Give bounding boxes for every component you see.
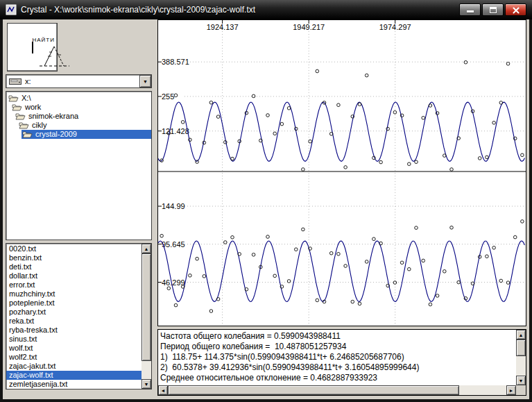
maximize-button[interactable] xyxy=(482,3,504,16)
results-hscrollbar[interactable]: ◄ ► xyxy=(158,385,516,395)
svg-text:255: 255 xyxy=(162,92,174,101)
data-point xyxy=(337,103,341,107)
file-item[interactable]: benzin.txt xyxy=(6,253,141,262)
find-icon: НАЙТИ xyxy=(32,42,33,53)
crystal-window: Crystal - X:\work\snimok-ekrana\cikly\cr… xyxy=(0,0,532,402)
file-item[interactable]: dollar.txt xyxy=(6,271,141,280)
data-point xyxy=(450,226,454,230)
data-point xyxy=(302,228,305,231)
data-point xyxy=(486,255,489,258)
data-point xyxy=(224,141,228,144)
data-point xyxy=(287,107,291,110)
fitted-curve xyxy=(158,102,525,161)
file-item[interactable]: sinus.txt xyxy=(6,335,141,344)
file-item[interactable]: ryba-treska.txt xyxy=(6,326,141,335)
fitted-curve xyxy=(158,241,525,301)
scroll-down-icon: ▼ xyxy=(144,382,149,387)
scroll-down-button[interactable]: ▼ xyxy=(141,379,151,389)
file-list-scrollbar[interactable]: ▲ ▼ xyxy=(141,244,151,389)
file-item[interactable]: muzhchiny.txt xyxy=(6,290,141,299)
data-point xyxy=(358,302,361,305)
titlebar[interactable]: Crystal - X:\work\snimok-ekrana\cikly\cr… xyxy=(0,0,532,19)
close-button[interactable] xyxy=(505,3,526,16)
scroll-down-button[interactable]: ▼ xyxy=(516,376,526,385)
scrollbar-thumb[interactable] xyxy=(516,340,526,356)
svg-text:46.299: 46.299 xyxy=(162,278,185,287)
data-point xyxy=(443,270,447,274)
svg-text:121.428: 121.428 xyxy=(162,127,189,135)
scatter-points xyxy=(160,220,524,313)
directory-item[interactable]: snimok-ekrana xyxy=(15,112,151,121)
file-list[interactable]: 0020.txtbenzin.txtdeti.txtdollar.txterro… xyxy=(6,243,152,390)
data-point xyxy=(167,287,171,290)
data-point xyxy=(464,60,467,64)
directory-item[interactable]: X:\ xyxy=(8,94,151,103)
data-point xyxy=(196,257,199,260)
data-point xyxy=(450,168,454,171)
scroll-left-icon: ◄ xyxy=(161,388,166,393)
results-text: Частота общего колебания = 0.59909439884… xyxy=(160,331,515,385)
data-point xyxy=(181,121,185,124)
scroll-up-icon: ▲ xyxy=(144,246,149,251)
file-item[interactable]: poteplenie.txt xyxy=(6,299,141,308)
scroll-up-button[interactable]: ▲ xyxy=(141,244,151,253)
directory-label: snimok-ekrana xyxy=(28,112,78,121)
maximize-icon xyxy=(490,7,497,13)
file-item[interactable]: 0020.txt xyxy=(6,244,141,253)
directory-label: X:\ xyxy=(22,94,31,103)
scrollbar-thumb[interactable] xyxy=(141,253,151,361)
file-item[interactable]: zajac-jakut.txt xyxy=(6,362,141,371)
scroll-up-button[interactable]: ▲ xyxy=(516,330,526,340)
directory-label: work xyxy=(25,103,41,112)
client-area: НАЙТИ x: ▼ X:\worksnimok-ekranaciklycrys… xyxy=(3,19,529,399)
data-point xyxy=(174,94,178,97)
drive-combo[interactable]: x: ▼ xyxy=(6,74,152,88)
data-point xyxy=(231,157,234,160)
results-panel: Частота общего колебания = 0.59909439884… xyxy=(157,329,526,396)
file-item[interactable]: zemletjasenija.txt xyxy=(6,380,141,389)
find-button[interactable]: НАЙТИ xyxy=(7,23,58,72)
scroll-right-button[interactable]: ► xyxy=(506,385,516,395)
data-point xyxy=(436,294,439,298)
combo-dropdown-button[interactable]: ▼ xyxy=(139,75,151,87)
directory-item[interactable]: cikly xyxy=(18,121,151,130)
svg-text:388.571: 388.571 xyxy=(162,58,189,66)
result-line: 2) 60.5378+ 39.412936*sin(0.599094398841… xyxy=(160,362,515,373)
file-item[interactable]: pozhary.txt xyxy=(6,308,141,317)
chevron-down-icon: ▼ xyxy=(143,79,148,84)
minimize-button[interactable] xyxy=(459,3,481,16)
file-item[interactable]: wolf2.txt xyxy=(6,353,141,362)
file-item[interactable]: reka.txt xyxy=(6,317,141,326)
gridlines xyxy=(158,206,526,283)
data-point xyxy=(224,241,228,244)
file-item-selected[interactable]: zajac-wolf.txt xyxy=(6,371,141,380)
data-point xyxy=(337,253,341,256)
scrollbar-corner xyxy=(516,385,526,395)
chart-area: 388.571255121.4281924.1371949.2171974.29… xyxy=(157,19,526,326)
file-list-items[interactable]: 0020.txtbenzin.txtdeti.txtdollar.txterro… xyxy=(6,244,141,389)
directory-item[interactable]: work xyxy=(11,103,151,112)
scrollbar-thumb[interactable] xyxy=(168,385,459,395)
svg-text:1974.297: 1974.297 xyxy=(379,23,411,31)
scroll-left-button[interactable]: ◄ xyxy=(158,385,168,395)
data-point xyxy=(365,74,368,77)
file-item[interactable]: error.txt xyxy=(6,280,141,290)
data-point xyxy=(506,62,510,66)
data-point xyxy=(379,160,383,164)
data-point xyxy=(478,157,481,160)
directory-list[interactable]: X:\worksnimok-ekranaciklycrystal-2009 xyxy=(6,91,152,240)
scroll-down-icon: ▼ xyxy=(519,378,524,383)
results-vscrollbar[interactable]: ▲ ▼ xyxy=(516,330,526,385)
file-item[interactable]: deti.txt xyxy=(6,262,141,271)
data-point xyxy=(499,101,503,105)
data-point xyxy=(365,260,368,264)
file-item[interactable]: wolf.txt xyxy=(6,344,141,353)
svg-text:95.645: 95.645 xyxy=(162,240,185,249)
data-point xyxy=(408,267,411,271)
data-point xyxy=(429,303,432,306)
window-controls xyxy=(459,3,526,16)
directory-item-selected[interactable]: crystal-2009 xyxy=(22,130,151,139)
data-point xyxy=(513,235,517,239)
data-point xyxy=(309,140,312,143)
result-line: Частота общего колебания = 0.59909439884… xyxy=(160,331,515,342)
